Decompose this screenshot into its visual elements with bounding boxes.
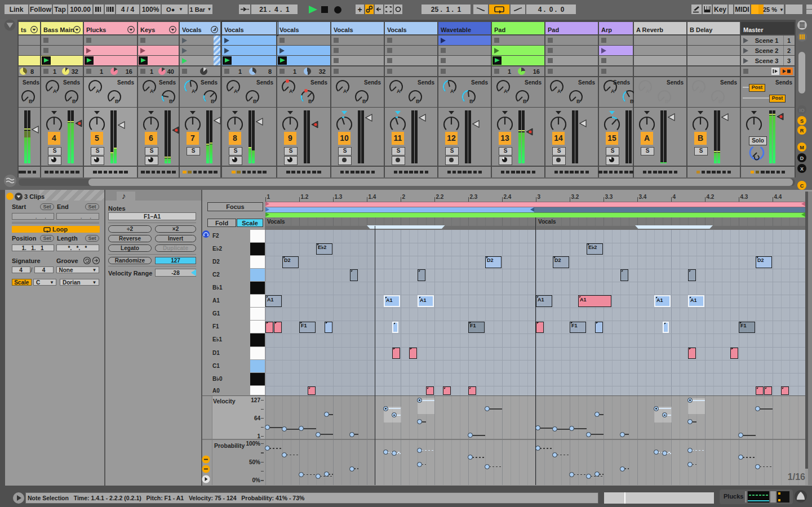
svg-text:IO: IO: [799, 108, 805, 113]
svg-text:S: S: [800, 118, 804, 124]
svg-text:C: C: [800, 183, 804, 189]
svg-text:D: D: [800, 155, 804, 161]
svg-text:R: R: [800, 128, 804, 134]
svg-text:M: M: [800, 145, 804, 150]
svg-text:X: X: [800, 166, 804, 172]
